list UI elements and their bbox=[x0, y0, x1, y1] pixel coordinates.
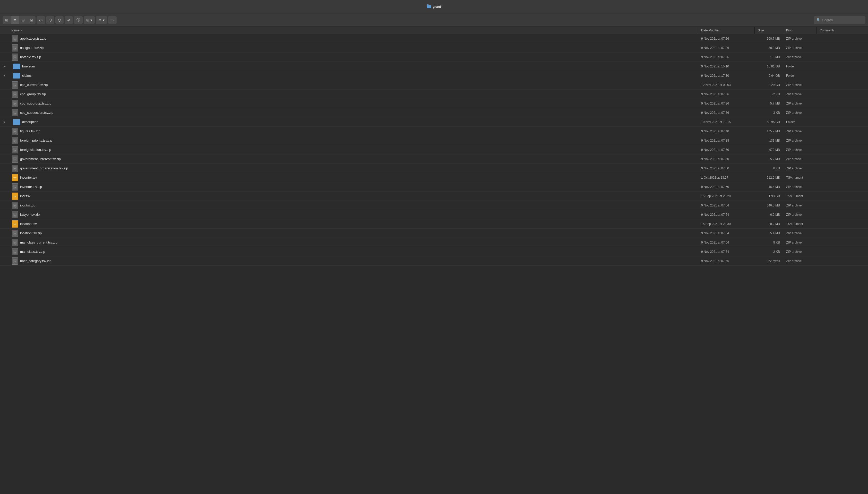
view-column-button[interactable]: ⊟ bbox=[19, 16, 27, 24]
file-kind-cell: ZIP archive bbox=[783, 148, 816, 152]
expand-arrow[interactable]: ▶ bbox=[3, 120, 7, 124]
svg-text:ZIP: ZIP bbox=[14, 150, 16, 151]
table-row[interactable]: TSV inventor.tsv 1 Oct 2021 at 13:27 212… bbox=[0, 173, 868, 182]
table-row[interactable]: ▶ briefsum 9 Nov 2021 at 15:10 16.81 GB … bbox=[0, 62, 868, 71]
table-row[interactable]: ZIP cpc_subgroup.tsv.zip 9 Nov 2021 at 0… bbox=[0, 99, 868, 108]
file-name: botanic.tsv.zip bbox=[20, 55, 41, 59]
table-row[interactable]: ZIP cpc_subsection.tsv.zip 9 Nov 2021 at… bbox=[0, 108, 868, 117]
window-title: grant bbox=[427, 5, 441, 8]
action-group: ⚙ ▾ bbox=[96, 16, 107, 24]
file-name: foreigncitation.tsv.zip bbox=[20, 148, 51, 152]
folder-icon bbox=[13, 73, 20, 78]
file-name: claims bbox=[22, 74, 32, 77]
table-row[interactable]: ZIP cpc_group.tsv.zip 9 Nov 2021 at 07:3… bbox=[0, 90, 868, 99]
zip-icon: ZIP bbox=[12, 128, 18, 135]
finder-window: grant ⊞ ≡ ⊟ ⊠ ‹ › ⬡ ⬡ ⊘ ⓘ ⊞ ▾ ⚙ ▾ ▭ 🔍 bbox=[0, 0, 868, 494]
file-date-cell: 9 Nov 2021 at 07:54 bbox=[698, 213, 755, 216]
table-row[interactable]: ZIP government_interest.tsv.zip 9 Nov 20… bbox=[0, 154, 868, 164]
table-row[interactable]: TSV location.tsv 15 Sep 2021 at 20:30 20… bbox=[0, 219, 868, 229]
table-row[interactable]: ZIP lawyer.tsv.zip 9 Nov 2021 at 07:54 6… bbox=[0, 210, 868, 219]
table-row[interactable]: ZIP foreign_priority.tsv.zip 9 Nov 2021 … bbox=[0, 136, 868, 145]
table-row[interactable]: ZIP botanic.tsv.zip 9 Nov 2021 at 07:26 … bbox=[0, 53, 868, 62]
zip-icon: ZIP bbox=[12, 109, 18, 116]
expand-arrow[interactable]: ▶ bbox=[3, 74, 7, 78]
file-name: location.tsv bbox=[20, 222, 37, 226]
file-kind-cell: ZIP archive bbox=[783, 83, 816, 87]
file-date-cell: 9 Nov 2021 at 07:50 bbox=[698, 157, 755, 161]
svg-text:ZIP: ZIP bbox=[14, 159, 16, 160]
arrange-button[interactable]: ⊞ ▾ bbox=[84, 16, 95, 24]
file-kind-cell: ZIP archive bbox=[783, 259, 816, 263]
back-button[interactable]: ‹ › bbox=[37, 16, 45, 24]
file-size-cell: 3.29 GB bbox=[755, 83, 783, 87]
zip-icon: ZIP bbox=[12, 248, 18, 255]
search-box[interactable]: 🔍 bbox=[814, 16, 865, 24]
table-row[interactable]: ZIP application.tsv.zip 9 Nov 2021 at 07… bbox=[0, 34, 868, 43]
zip-icon: ZIP bbox=[12, 239, 18, 246]
svg-text:ZIP: ZIP bbox=[14, 261, 16, 262]
file-date-cell: 15 Sep 2021 at 20:30 bbox=[698, 222, 755, 226]
table-row[interactable]: ZIP foreigncitation.tsv.zip 9 Nov 2021 a… bbox=[0, 145, 868, 154]
path-button[interactable]: ▭ bbox=[108, 16, 117, 24]
view-icon-button[interactable]: ⊞ bbox=[3, 16, 11, 24]
column-name-header[interactable]: Name ▼ bbox=[0, 27, 698, 34]
table-row[interactable]: ZIP assignee.tsv.zip 9 Nov 2021 at 07:26… bbox=[0, 43, 868, 53]
file-name: figures.tsv.zip bbox=[20, 129, 40, 133]
search-input[interactable] bbox=[822, 18, 863, 22]
table-row[interactable]: ▶ claims 9 Nov 2021 at 17:30 9.64 GB Fol… bbox=[0, 71, 868, 80]
tag-button[interactable]: ⬡ bbox=[55, 16, 63, 24]
file-kind-cell: Folder bbox=[783, 74, 816, 77]
file-name-cell: ZIP cpc_group.tsv.zip bbox=[0, 91, 698, 98]
file-kind-cell: ZIP archive bbox=[783, 139, 816, 142]
table-row[interactable]: ZIP government_organization.tsv.zip 9 No… bbox=[0, 164, 868, 173]
table-row[interactable]: ZIP ipcr.tsv.zip 9 Nov 2021 at 07:54 646… bbox=[0, 201, 868, 210]
zip-icon: ZIP bbox=[12, 81, 18, 89]
table-row[interactable]: ZIP nber_category.tsv.zip 9 Nov 2021 at … bbox=[0, 256, 868, 266]
table-row[interactable]: TSV ipcr.tsv 15 Sep 2021 at 20:28 1.93 G… bbox=[0, 191, 868, 201]
column-size-header[interactable]: Size bbox=[755, 27, 783, 34]
zip-icon: ZIP bbox=[12, 91, 18, 98]
file-date-cell: 9 Nov 2021 at 07:55 bbox=[698, 259, 755, 263]
table-row[interactable]: ZIP inventor.tsv.zip 9 Nov 2021 at 07:50… bbox=[0, 182, 868, 191]
table-row[interactable]: ZIP mainclass_current.tsv.zip 9 Nov 2021… bbox=[0, 238, 868, 247]
file-name: mainclass.tsv.zip bbox=[20, 250, 45, 253]
delete-button[interactable]: ⊘ bbox=[64, 16, 73, 24]
svg-text:ZIP: ZIP bbox=[14, 205, 16, 207]
column-comments-header[interactable]: Comments bbox=[816, 27, 868, 34]
file-date-cell: 9 Nov 2021 at 07:50 bbox=[698, 185, 755, 189]
share-button[interactable]: ⬡ bbox=[46, 16, 54, 24]
table-row[interactable]: ZIP mainclass.tsv.zip 9 Nov 2021 at 07:5… bbox=[0, 247, 868, 256]
file-kind-cell: ZIP archive bbox=[783, 55, 816, 59]
file-kind-cell: ZIP archive bbox=[783, 231, 816, 235]
table-row[interactable]: ▶ description 10 Nov 2021 at 13:15 58.95… bbox=[0, 117, 868, 127]
view-list-button[interactable]: ≡ bbox=[11, 16, 19, 24]
file-date-cell: 9 Nov 2021 at 07:50 bbox=[698, 167, 755, 170]
file-name-cell: ZIP nber_category.tsv.zip bbox=[0, 258, 698, 265]
info-button[interactable]: ⓘ bbox=[74, 16, 83, 24]
file-date-cell: 9 Nov 2021 at 07:36 bbox=[698, 102, 755, 105]
file-kind-cell: ZIP archive bbox=[783, 46, 816, 50]
file-kind-cell: Folder bbox=[783, 120, 816, 124]
expand-arrow[interactable]: ▶ bbox=[3, 64, 7, 69]
file-size-cell: 979 MB bbox=[755, 148, 783, 152]
file-size-cell: 160.7 MB bbox=[755, 37, 783, 40]
file-name-cell: TSV ipcr.tsv bbox=[0, 193, 698, 200]
file-name: nber_category.tsv.zip bbox=[20, 259, 52, 263]
file-size-cell: 46.4 MB bbox=[755, 185, 783, 189]
view-gallery-button[interactable]: ⊠ bbox=[27, 16, 36, 24]
window-title-text: grant bbox=[433, 5, 441, 8]
file-name-cell: ZIP cpc_current.tsv.zip bbox=[0, 81, 698, 89]
column-date-header[interactable]: Date Modified bbox=[698, 27, 755, 34]
svg-text:TSV: TSV bbox=[13, 177, 17, 179]
table-row[interactable]: ZIP cpc_current.tsv.zip 12 Nov 2021 at 0… bbox=[0, 80, 868, 90]
column-kind-header[interactable]: Kind bbox=[783, 27, 816, 34]
file-name-cell: ▶ description bbox=[0, 119, 698, 125]
file-size-cell: 5.2 MB bbox=[755, 157, 783, 161]
action-button[interactable]: ⚙ ▾ bbox=[96, 16, 107, 24]
table-row[interactable]: ZIP figures.tsv.zip 9 Nov 2021 at 07:40 … bbox=[0, 127, 868, 136]
file-kind-cell: ZIP archive bbox=[783, 157, 816, 161]
svg-text:TSV: TSV bbox=[13, 224, 17, 225]
file-size-cell: 646.5 MB bbox=[755, 204, 783, 207]
file-size-cell: 212.9 MB bbox=[755, 176, 783, 179]
table-row[interactable]: ZIP location.tsv.zip 9 Nov 2021 at 07:54… bbox=[0, 229, 868, 238]
